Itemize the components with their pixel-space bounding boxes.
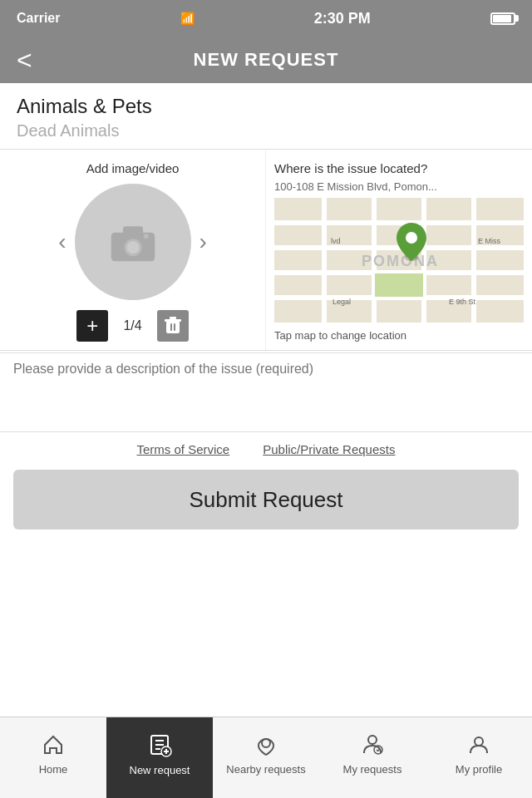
camera-icon (108, 217, 158, 267)
delete-media-button[interactable] (157, 310, 189, 342)
category-subtitle: Dead Animals (17, 121, 515, 140)
status-bar: Carrier 📶 2:30 PM (0, 0, 532, 37)
svg-point-37 (475, 737, 483, 746)
description-input[interactable] (13, 362, 519, 420)
svg-point-35 (368, 736, 377, 744)
add-media-button[interactable]: + (76, 310, 108, 342)
tab-home-label: Home (39, 763, 68, 776)
tab-profile-label: My profile (456, 763, 502, 776)
svg-rect-7 (174, 323, 175, 331)
camera-placeholder[interactable] (75, 184, 191, 300)
svg-rect-19 (375, 273, 423, 297)
tab-home[interactable]: Home (0, 717, 106, 798)
home-icon (42, 733, 65, 760)
location-panel: Where is the issue located? 100-108 E Mi… (266, 150, 532, 350)
wifi-icon: 📶 (180, 12, 195, 25)
category-title: Animals & Pets (17, 95, 515, 118)
tab-nearby-label: Nearby requests (226, 763, 305, 776)
media-label: Add image/video (8, 161, 257, 175)
media-carousel: ‹ › (8, 184, 257, 300)
svg-text:lvd: lvd (331, 237, 341, 245)
location-address: 100-108 E Mission Blvd, Pomon... (274, 180, 524, 193)
time-label: 2:30 PM (314, 10, 371, 27)
svg-text:E Miss: E Miss (478, 237, 501, 245)
svg-point-4 (143, 234, 148, 239)
tab-new-request[interactable]: New request (106, 717, 213, 798)
svg-rect-1 (123, 226, 143, 235)
svg-point-26 (406, 232, 417, 244)
location-label: Where is the issue located? (274, 161, 524, 175)
tab-my-requests[interactable]: My requests (319, 717, 426, 798)
svg-rect-9 (170, 317, 176, 319)
page-title: NEW REQUEST (0, 49, 532, 71)
carrier-label: Carrier (17, 11, 60, 26)
svg-text:Legal: Legal (332, 298, 351, 306)
media-location-row: Add image/video ‹ › + 1/4 (0, 150, 532, 351)
links-row: Terms of Service Public/Private Requests (0, 432, 532, 466)
category-section: Animals & Pets Dead Animals (0, 83, 532, 150)
map-container[interactable]: lvd E Miss Legal E 9th St POMONA (274, 198, 524, 323)
svg-rect-6 (170, 323, 172, 331)
public-private-requests-link[interactable]: Public/Private Requests (263, 442, 395, 456)
svg-text:E 9th St: E 9th St (449, 298, 476, 306)
terms-of-service-link[interactable]: Terms of Service (137, 442, 230, 456)
submit-request-button[interactable]: Submit Request (13, 470, 519, 530)
new-request-icon (147, 732, 172, 761)
profile-icon (467, 733, 490, 760)
trash-icon (165, 317, 181, 335)
map-tap-hint: Tap map to change location (274, 329, 524, 342)
svg-rect-5 (166, 321, 180, 333)
tab-my-requests-label: My requests (343, 763, 402, 776)
description-section (0, 352, 532, 432)
tab-new-request-label: New request (130, 764, 190, 776)
svg-rect-8 (165, 319, 181, 322)
svg-text:POMONA: POMONA (362, 253, 439, 269)
map-svg: lvd E Miss Legal E 9th St POMONA (274, 198, 524, 323)
tab-nearby[interactable]: Nearby requests (213, 717, 319, 798)
media-controls: + 1/4 (8, 310, 257, 342)
tab-bar: Home New request Nearby requests (0, 717, 532, 798)
image-counter: 1/4 (123, 318, 141, 333)
content-area: Animals & Pets Dead Animals Add image/vi… (0, 83, 532, 530)
nearby-icon (254, 733, 278, 760)
carousel-prev-button[interactable]: ‹ (55, 225, 69, 259)
media-panel: Add image/video ‹ › + 1/4 (0, 150, 266, 350)
my-requests-icon (360, 733, 385, 760)
tab-profile[interactable]: My profile (426, 717, 532, 798)
carousel-next-button[interactable]: › (196, 225, 210, 259)
nav-bar: < NEW REQUEST (0, 37, 532, 83)
svg-point-3 (126, 241, 139, 254)
battery-icon (490, 12, 515, 25)
